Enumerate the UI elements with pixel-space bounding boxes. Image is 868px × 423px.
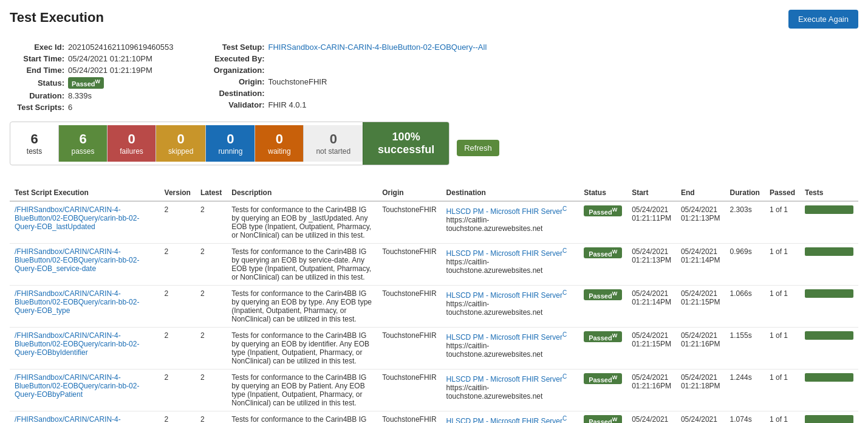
failures-label: failures xyxy=(120,147,143,156)
test-setup-link[interactable]: FHIRSandbox-CARIN-CARIN-4-BlueButton-02-… xyxy=(268,43,487,52)
success-lbl: successful xyxy=(378,143,434,156)
description-cell: Tests for conformance to the Carin4BB IG… xyxy=(227,369,377,411)
origin-cell: TouchstoneFHIR xyxy=(377,411,441,423)
status-badge: PassedW xyxy=(68,77,104,89)
destination-link[interactable]: HLSCD PM - Microsoft FHIR ServerC xyxy=(446,291,567,300)
end-cell: 05/24/2021 01:21:16PM xyxy=(676,327,725,369)
table-row: /FHIRSandbox/CARIN/CARIN-4-BlueButton/02… xyxy=(10,285,858,327)
running-label: running xyxy=(218,147,242,156)
progress-bar-fill xyxy=(805,247,853,256)
script-link[interactable]: /FHIRSandbox/CARIN/CARIN-4-BlueButton/02… xyxy=(15,247,139,273)
passed-badge: PassedW xyxy=(584,373,622,385)
latest-cell: 2 xyxy=(196,411,227,423)
col-duration: Duration xyxy=(725,185,765,201)
start-cell: 05/24/2021 01:21:11PM xyxy=(627,201,676,244)
progress-bar xyxy=(805,331,853,340)
destination-cell: HLSCD PM - Microsoft FHIR ServerC https:… xyxy=(442,369,579,411)
end-cell: 05/24/2021 01:21:18PM xyxy=(676,369,725,411)
results-table: Test Script Execution Version Latest Des… xyxy=(10,185,858,423)
progress-bar-fill xyxy=(805,415,853,423)
col-origin: Origin xyxy=(377,185,441,201)
running-count: 0 xyxy=(227,131,234,147)
destination-link[interactable]: HLSCD PM - Microsoft FHIR ServerC xyxy=(446,417,567,423)
origin-cell: TouchstoneFHIR xyxy=(377,285,441,327)
duration-cell: 2.303s xyxy=(725,201,765,244)
script-link[interactable]: /FHIRSandbox/CARIN/CARIN-4-BlueButton/02… xyxy=(15,289,139,315)
col-start: Start xyxy=(627,185,676,201)
tests-count: 6 xyxy=(30,131,38,147)
passes-label: passes xyxy=(71,147,94,156)
col-tests: Tests xyxy=(800,185,858,201)
progress-bar xyxy=(805,247,853,256)
status-cell: PassedW xyxy=(579,327,627,369)
progress-bar xyxy=(805,415,853,423)
description-cell: Tests for conformance to the Carin4BB IG… xyxy=(227,285,377,327)
script-link[interactable]: /FHIRSandbox/CARIN/CARIN-4-BlueButton/02… xyxy=(15,331,139,357)
executed-by-label: Executed By: xyxy=(198,54,265,63)
skipped-box: 0 skipped xyxy=(156,125,206,162)
description-cell: Tests for conformance to the Carin4BB IG… xyxy=(227,327,377,369)
start-cell: 05/24/2021 01:21:13PM xyxy=(627,243,676,285)
script-link[interactable]: /FHIRSandbox/CARIN/CARIN-4-BlueButton/02… xyxy=(15,415,139,423)
waiting-label: waiting xyxy=(268,147,290,156)
origin-label: Origin: xyxy=(198,77,265,86)
execute-again-button[interactable]: Execute Again xyxy=(788,10,858,29)
passed-badge: PassedW xyxy=(584,247,622,259)
passed-badge: PassedW xyxy=(584,415,622,423)
description-cell: Tests for conformance to the Carin4BB IG… xyxy=(227,411,377,423)
origin-cell: TouchstoneFHIR xyxy=(377,201,441,244)
test-scripts-value: 6 xyxy=(68,103,72,112)
test-setup-label: Test Setup: xyxy=(198,43,265,52)
duration-cell: 1.074s xyxy=(725,411,765,423)
passes-count: 6 xyxy=(79,131,86,147)
passed-badge: PassedW xyxy=(584,331,622,343)
status-cell: PassedW xyxy=(579,243,627,285)
start-cell: 05/24/2021 01:21:18PM xyxy=(627,411,676,423)
origin-cell: TouchstoneFHIR xyxy=(377,369,441,411)
destination-cell: HLSCD PM - Microsoft FHIR ServerC https:… xyxy=(442,327,579,369)
tests-bar-cell xyxy=(800,285,858,327)
page-title: Test Execution xyxy=(10,10,104,26)
start-cell: 05/24/2021 01:21:16PM xyxy=(627,369,676,411)
end-cell: 05/24/2021 01:21:19PM xyxy=(676,411,725,423)
validator-value: FHIR 4.0.1 xyxy=(268,100,307,109)
script-link[interactable]: /FHIRSandbox/CARIN/CARIN-4-BlueButton/02… xyxy=(15,373,139,399)
destination-link[interactable]: HLSCD PM - Microsoft FHIR ServerC xyxy=(446,333,567,342)
passed-cell: 1 of 1 xyxy=(765,327,800,369)
col-description: Description xyxy=(227,185,377,201)
destination-link[interactable]: HLSCD PM - Microsoft FHIR ServerC xyxy=(446,207,567,216)
col-version: Version xyxy=(160,185,196,201)
duration-cell: 0.969s xyxy=(725,243,765,285)
start-time-label: Start Time: xyxy=(10,54,64,63)
refresh-button[interactable]: Refresh xyxy=(457,140,499,156)
col-end: End xyxy=(676,185,725,201)
end-cell: 05/24/2021 01:21:14PM xyxy=(676,243,725,285)
script-link[interactable]: /FHIRSandbox/CARIN/CARIN-4-BlueButton/02… xyxy=(15,205,139,231)
passed-cell: 1 of 1 xyxy=(765,285,800,327)
status-cell: PassedW xyxy=(579,201,627,244)
status-cell: PassedW xyxy=(579,411,627,423)
progress-bar-fill xyxy=(805,205,853,214)
latest-cell: 2 xyxy=(196,327,227,369)
tests-bar-cell xyxy=(800,369,858,411)
tests-bar-cell xyxy=(800,201,858,244)
latest-cell: 2 xyxy=(196,243,227,285)
skipped-label: skipped xyxy=(168,147,193,156)
latest-cell: 2 xyxy=(196,285,227,327)
version-cell: 2 xyxy=(160,285,196,327)
destination-link[interactable]: HLSCD PM - Microsoft FHIR ServerC xyxy=(446,375,567,383)
destination-link[interactable]: HLSCD PM - Microsoft FHIR ServerC xyxy=(446,249,567,258)
status-cell: PassedW xyxy=(579,285,627,327)
validator-label: Validator: xyxy=(198,100,265,109)
duration-label: Duration: xyxy=(10,91,64,100)
success-pct: 100% xyxy=(392,131,420,143)
skipped-count: 0 xyxy=(177,131,185,147)
end-time-label: End Time: xyxy=(10,66,64,75)
organization-label: Organization: xyxy=(198,66,265,75)
table-row: /FHIRSandbox/CARIN/CARIN-4-BlueButton/02… xyxy=(10,327,858,369)
progress-bar-fill xyxy=(805,373,853,382)
end-time-value: 05/24/2021 01:21:19PM xyxy=(68,66,152,75)
destination-cell: HLSCD PM - Microsoft FHIR ServerC https:… xyxy=(442,411,579,423)
progress-bar-fill xyxy=(805,289,853,298)
tests-label: tests xyxy=(27,147,42,156)
